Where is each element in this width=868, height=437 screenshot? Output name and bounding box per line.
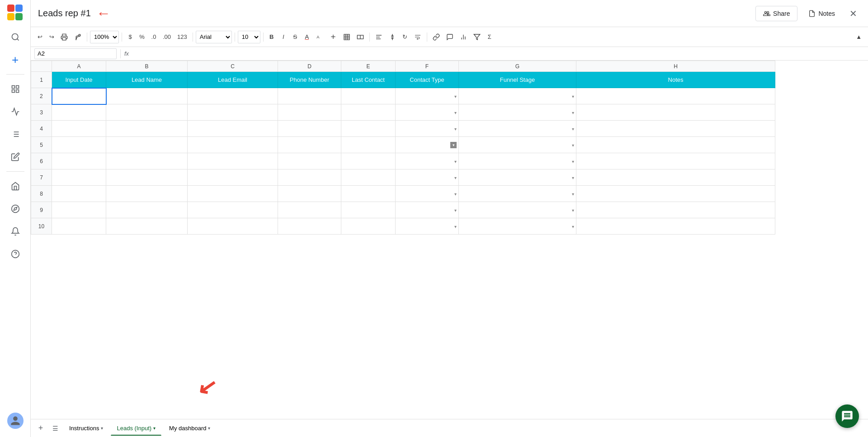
cell-E2[interactable] (341, 88, 396, 104)
font-size-select[interactable]: 10 (238, 31, 260, 43)
format-123-button[interactable]: 123 (175, 31, 190, 43)
italic-button[interactable]: I (278, 31, 289, 43)
cell-G2[interactable]: ▾ (459, 88, 576, 104)
sidebar-chart-icon[interactable] (5, 102, 25, 122)
chat-button[interactable] (835, 404, 859, 428)
cell-F7[interactable]: ▾ (396, 169, 459, 186)
cell-G6[interactable]: ▾ (459, 153, 576, 169)
sidebar-dashboard-icon[interactable] (5, 79, 25, 99)
sidebar-explore-icon[interactable] (5, 199, 25, 219)
cell-B9[interactable] (106, 202, 188, 218)
undo-button[interactable]: ↩ (34, 31, 45, 43)
col-header-C[interactable]: C (188, 61, 278, 72)
cell-E10[interactable] (341, 218, 396, 235)
cell-H4[interactable] (576, 121, 775, 137)
cell-D3[interactable] (278, 104, 341, 121)
cell-G5[interactable]: ▾ (459, 137, 576, 153)
cell-A10[interactable] (52, 218, 106, 235)
cell-E4[interactable] (341, 121, 396, 137)
cell-C6[interactable] (188, 153, 278, 169)
table-row[interactable]: 4 ▾ ▾ (31, 121, 775, 137)
print-button[interactable] (58, 31, 71, 43)
cell-A2[interactable] (52, 88, 106, 104)
cell-G10[interactable]: ▾ (459, 218, 576, 235)
cell-C4[interactable] (188, 121, 278, 137)
cell-B5[interactable] (106, 137, 188, 153)
cell-G9[interactable]: ▾ (459, 202, 576, 218)
sheet-menu-button[interactable]: ☰ (49, 422, 61, 435)
cell-B4[interactable] (106, 121, 188, 137)
percent-button[interactable]: % (137, 31, 147, 43)
cell-C5[interactable] (188, 137, 278, 153)
sidebar-help-icon[interactable] (5, 244, 25, 264)
link-button[interactable] (430, 31, 443, 43)
toolbar-collapse-button[interactable]: ▲ (853, 31, 864, 43)
cell-A9[interactable] (52, 202, 106, 218)
notes-button[interactable]: Notes (801, 6, 842, 21)
table-row[interactable]: 8 ▾ ▾ (31, 186, 775, 202)
col-header-H[interactable]: H (576, 61, 775, 72)
table-row[interactable]: 5 ▾ ▾ (31, 137, 775, 153)
text-color-button[interactable]: A (313, 31, 326, 43)
decimal-more-button[interactable]: .00 (160, 31, 174, 43)
cell-E9[interactable] (341, 202, 396, 218)
spreadsheet-area[interactable]: A B C D E F G H 1 Input Date Lead Name L… (31, 61, 868, 419)
cell-A6[interactable] (52, 153, 106, 169)
chart-button[interactable] (457, 31, 470, 43)
cell-B7[interactable] (106, 169, 188, 186)
cell-C3[interactable] (188, 104, 278, 121)
function-button[interactable]: Σ (484, 31, 495, 43)
paint-format-button[interactable] (71, 31, 84, 43)
add-sheet-button[interactable]: + (34, 422, 47, 435)
cell-E8[interactable] (341, 186, 396, 202)
sidebar-edit-icon[interactable] (5, 147, 25, 167)
merge-button[interactable] (354, 31, 367, 43)
cell-C2[interactable] (188, 88, 278, 104)
redo-button[interactable]: ↪ (46, 31, 57, 43)
share-button[interactable]: Share (755, 6, 797, 21)
cell-H5[interactable] (576, 137, 775, 153)
cell-G8[interactable]: ▾ (459, 186, 576, 202)
cell-H6[interactable] (576, 153, 775, 169)
underline-button[interactable]: A (302, 31, 312, 43)
cell-D7[interactable] (278, 169, 341, 186)
table-row[interactable]: 7 ▾ ▾ (31, 169, 775, 186)
rotate-button[interactable]: ↻ (400, 31, 410, 43)
strikethrough-button[interactable]: S (290, 31, 301, 43)
col-header-B[interactable]: B (106, 61, 188, 72)
tab-instructions[interactable]: Instructions ▾ (63, 421, 109, 436)
sidebar-home-icon[interactable] (5, 176, 25, 196)
col-header-A[interactable]: A (52, 61, 106, 72)
user-avatar[interactable] (7, 413, 24, 429)
table-row[interactable]: 3 ▾ ▾ (31, 104, 775, 121)
cell-F9[interactable]: ▾ (396, 202, 459, 218)
cell-E7[interactable] (341, 169, 396, 186)
cell-A7[interactable] (52, 169, 106, 186)
table-row[interactable]: 2 ▾ ▾ (31, 88, 775, 104)
cell-D9[interactable] (278, 202, 341, 218)
wrap-button[interactable] (411, 31, 424, 43)
cell-F8[interactable]: ▾ (396, 186, 459, 202)
halign-button[interactable] (373, 31, 385, 43)
cell-A5[interactable] (52, 137, 106, 153)
cell-G4[interactable]: ▾ (459, 121, 576, 137)
sidebar-add-icon[interactable]: + (5, 50, 25, 70)
currency-button[interactable]: $ (125, 31, 136, 43)
cell-C10[interactable] (188, 218, 278, 235)
cell-C7[interactable] (188, 169, 278, 186)
cell-C9[interactable] (188, 202, 278, 218)
cell-B10[interactable] (106, 218, 188, 235)
cell-B6[interactable] (106, 153, 188, 169)
cell-H3[interactable] (576, 104, 775, 121)
table-row[interactable]: 6 ▾ ▾ (31, 153, 775, 169)
cell-D6[interactable] (278, 153, 341, 169)
cell-D8[interactable] (278, 186, 341, 202)
cell-D5[interactable] (278, 137, 341, 153)
cell-H10[interactable] (576, 218, 775, 235)
cell-A8[interactable] (52, 186, 106, 202)
sidebar-search-icon[interactable] (5, 27, 25, 47)
zoom-select[interactable]: 100% (90, 31, 119, 43)
cell-H9[interactable] (576, 202, 775, 218)
cell-A4[interactable] (52, 121, 106, 137)
col-header-E[interactable]: E (341, 61, 396, 72)
